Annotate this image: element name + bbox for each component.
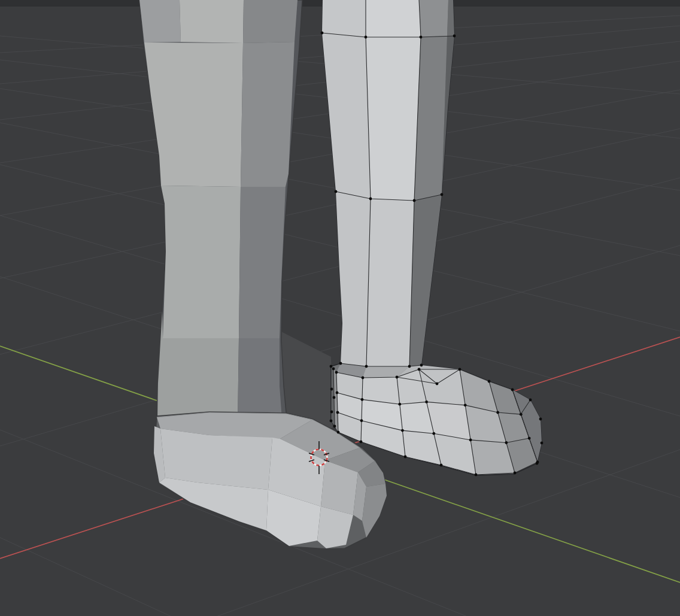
blender-3d-viewport[interactable] bbox=[0, 0, 680, 616]
viewport-canvas[interactable] bbox=[0, 0, 680, 616]
